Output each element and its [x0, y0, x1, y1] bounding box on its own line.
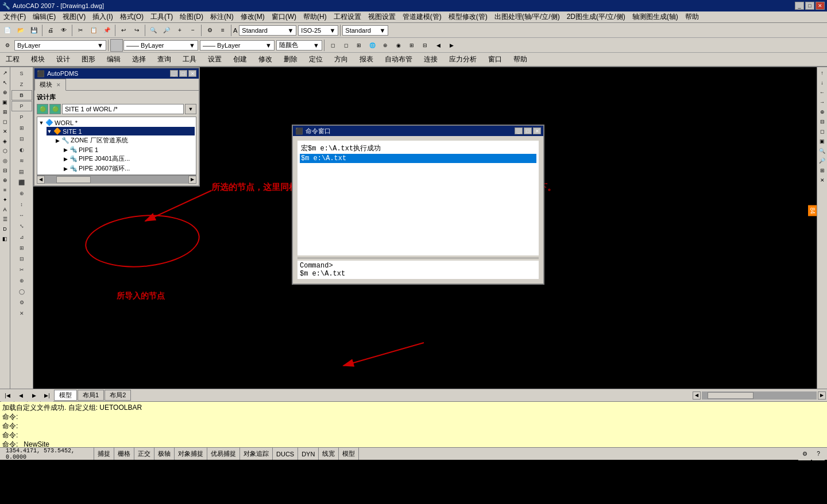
tab-module[interactable]: 模块 ✕	[34, 79, 66, 91]
label-module[interactable]: 模块	[28, 54, 48, 65]
menu-draw[interactable]: 绘图(D)	[176, 11, 207, 22]
label-eng[interactable]: 工程	[2, 54, 23, 65]
label-design[interactable]: 设计	[53, 54, 74, 65]
rt-btn-7[interactable]: ◻	[818, 127, 827, 136]
ortho-btn[interactable]: 正交	[134, 448, 154, 460]
label-tools[interactable]: 工具	[179, 54, 200, 65]
rt-btn-11[interactable]: ⊞	[818, 166, 827, 175]
extra8[interactable]: ⊟	[419, 39, 431, 52]
lt-btn-16[interactable]: ☰	[1, 215, 10, 224]
apdms-btn2[interactable]: 🟢	[49, 104, 61, 114]
settings-icon[interactable]: ⚙	[798, 448, 811, 460]
linewidth-btn[interactable]: 线宽	[319, 448, 339, 460]
lt-btn-18[interactable]: ◧	[1, 234, 10, 243]
lt2-btn9[interactable]: ↔	[11, 210, 32, 220]
style-dropdown[interactable]: Standard ▼	[342, 25, 388, 36]
lt2-s[interactable]: S	[11, 68, 32, 79]
tab-layout1[interactable]: 布局1	[78, 390, 104, 401]
cut-button[interactable]: ✂	[74, 24, 87, 37]
menu-view[interactable]: 视图(V)	[59, 11, 89, 22]
lt2-btn6[interactable]: ⬛	[11, 177, 32, 188]
hscroll-left[interactable]: ◀	[693, 391, 701, 400]
rt-btn-5[interactable]: ⊕	[818, 107, 827, 117]
tab-model[interactable]: 模型	[54, 390, 77, 401]
scroll-track[interactable]	[45, 176, 188, 184]
label-settings[interactable]: 设置	[204, 54, 225, 65]
rt-btn-3[interactable]: ←	[818, 88, 827, 97]
selected-line-1[interactable]: $m e:\A.txt	[300, 154, 536, 163]
lt-btn-14[interactable]: ✦	[1, 195, 10, 204]
undo-button[interactable]: ↩	[117, 24, 130, 37]
menu-iso[interactable]: 轴测图生成(轴)	[629, 11, 682, 22]
label-edit[interactable]: 编辑	[103, 54, 124, 65]
properties-button[interactable]: ⚙	[203, 24, 216, 37]
lt-btn-12[interactable]: ⊕	[1, 176, 10, 185]
lt2-btn10[interactable]: ⤡	[11, 221, 32, 231]
rt-btn-10[interactable]: 🔎	[818, 156, 827, 165]
menu-2d[interactable]: 2D图生成(平/立/侧)	[563, 11, 629, 22]
nav-end[interactable]: ▶|	[41, 389, 53, 402]
font-dropdown[interactable]: Standard ▼	[239, 25, 296, 36]
zoomout-button[interactable]: −	[187, 24, 199, 37]
label-shape[interactable]: 图形	[78, 54, 99, 65]
zoom2-button[interactable]: 🔎	[160, 24, 173, 37]
expand-icon-pipe2[interactable]: ▶	[63, 156, 68, 162]
menu-help[interactable]: 帮助(H)	[300, 11, 330, 22]
fontsize-dropdown[interactable]: ISO-25 ▼	[298, 25, 338, 36]
restore-button[interactable]: □	[805, 2, 814, 10]
menu-dim[interactable]: 标注(N)	[207, 11, 237, 22]
copy-button[interactable]: 📋	[87, 24, 100, 37]
lt-btn-2[interactable]: ↖	[1, 78, 10, 87]
panel-restore[interactable]: □	[179, 70, 187, 77]
rt-btn-2[interactable]: ↓	[818, 78, 827, 87]
match-button[interactable]: ≡	[217, 24, 229, 37]
menu-insert[interactable]: 插入(I)	[89, 11, 116, 22]
label-direction[interactable]: 方向	[331, 54, 351, 65]
scroll-right[interactable]: ▶	[188, 176, 196, 184]
lt-btn-7[interactable]: ✕	[1, 127, 10, 136]
lt2-btn15[interactable]: ⊕	[11, 276, 32, 286]
layer-dropdown[interactable]: ByLayer ▼	[14, 40, 106, 51]
label-connect[interactable]: 连接	[420, 54, 441, 65]
lt2-btn4[interactable]: ≋	[11, 156, 32, 166]
lt2-btn11[interactable]: ⊿	[11, 232, 32, 242]
zoom-button[interactable]: 🔍	[147, 24, 160, 37]
lineweight-dropdown[interactable]: —— ByLayer ▼	[200, 40, 275, 51]
menu-model[interactable]: 模型修改(管)	[445, 11, 491, 22]
menu-viewset[interactable]: 视图设置	[365, 11, 399, 22]
menu-file[interactable]: 文件(F)	[0, 11, 29, 22]
label-locate[interactable]: 定位	[306, 54, 326, 65]
label-stress[interactable]: 应力分析	[446, 54, 480, 65]
easy-snap-btn[interactable]: 优易捕捉	[207, 448, 240, 460]
menu-eng[interactable]: 工程设置	[330, 11, 365, 22]
close-button[interactable]: ✕	[816, 2, 825, 10]
new-button[interactable]: 📄	[1, 24, 14, 37]
redo-button[interactable]: ↪	[130, 24, 143, 37]
cmd-minimize[interactable]: _	[515, 127, 523, 134]
menu-pipe[interactable]: 管道建模(管)	[399, 11, 445, 22]
extra10[interactable]: ▶	[445, 39, 458, 52]
snap-btn[interactable]: 捕捉	[94, 448, 114, 460]
panel-controls[interactable]: _ □ ✕	[170, 70, 196, 77]
color-dropdown[interactable]: 随颜色 ▼	[276, 40, 322, 51]
menu-format[interactable]: 格式(O)	[117, 11, 147, 22]
menu-modify[interactable]: 修改(M)	[237, 11, 268, 22]
lt2-btn13[interactable]: ⊟	[11, 254, 32, 264]
cmd-close[interactable]: ✕	[533, 127, 541, 134]
menu-edit[interactable]: 编辑(E)	[29, 11, 59, 22]
osnap-btn[interactable]: 对象捕捉	[175, 448, 207, 460]
lt2-btn12[interactable]: ⊞	[11, 243, 32, 253]
linetype-dropdown[interactable]: —— ByLayer ▼	[123, 40, 198, 51]
minimize-button[interactable]: _	[795, 2, 804, 10]
lt-btn-5[interactable]: ⊞	[1, 107, 10, 117]
lt-btn-3[interactable]: ⊕	[1, 88, 10, 97]
menu-drawing[interactable]: 出图处理(轴/平/立/侧)	[491, 11, 563, 22]
expand-icon-pipe3[interactable]: ▶	[63, 166, 68, 172]
rt-btn-12[interactable]: ✕	[818, 176, 827, 185]
extra9[interactable]: ◀	[432, 39, 445, 52]
expand-icon-zone[interactable]: ▶	[55, 138, 60, 144]
label-autoroute[interactable]: 自动布管	[381, 54, 416, 65]
lt2-b[interactable]: B	[11, 90, 32, 100]
tree-node-worl[interactable]: ▼ 🔷 WORL *	[38, 118, 195, 127]
lt2-btn8[interactable]: ↕	[11, 199, 32, 210]
